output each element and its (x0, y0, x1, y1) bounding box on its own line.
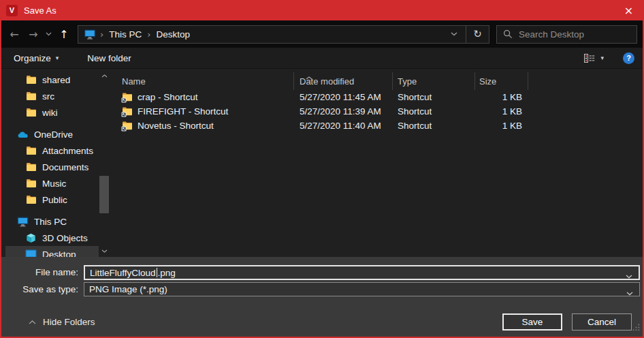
file-name-text: FIREFIGHT - Shortcut (138, 106, 228, 117)
file-name-input[interactable]: LittleFluffyCloud .png (84, 265, 640, 280)
sidebar-item-this-pc[interactable]: This PC (1, 213, 99, 230)
dialog-footer: Hide Folders Save Cancel (1, 307, 643, 337)
chevron-down-icon (626, 288, 633, 298)
onedrive-cloud-icon (17, 131, 29, 138)
file-name-cell: crap - Shortcut (110, 92, 294, 103)
sidebar-item-shared[interactable]: shared (1, 72, 99, 88)
app-icon-letter: V (10, 6, 14, 14)
save-as-type-value: PNG Image (*.png) (89, 284, 167, 294)
sidebar-item-3d-objects[interactable]: 3D Objects (1, 230, 99, 246)
sidebar-item-label: src (42, 91, 54, 102)
details-view-icon (584, 54, 595, 63)
file-name-cell: Novetus - Shortcut (110, 121, 294, 132)
titlebar[interactable]: V Save As × (0, 0, 644, 20)
shortcut-folder-icon (121, 121, 133, 132)
file-name-text: crap - Shortcut (138, 92, 198, 102)
breadcrumb-desktop[interactable]: Desktop (150, 29, 195, 40)
close-button[interactable]: × (613, 0, 644, 20)
file-name-label: File name: (1, 265, 78, 280)
save-as-type-label: Save as type: (1, 282, 78, 296)
resize-grip[interactable] (632, 322, 640, 334)
change-view-button[interactable]: ▾ (584, 54, 604, 63)
sidebar-item-attachments[interactable]: Attachments (1, 142, 99, 159)
type-cell: Shortcut (393, 121, 475, 131)
sidebar-item-music[interactable]: Music (1, 175, 99, 191)
sidebar-item-label: This PC (34, 217, 67, 227)
sidebar-item-public[interactable]: Public (1, 191, 99, 208)
hide-folders-button[interactable]: Hide Folders (29, 317, 95, 327)
folder-icon (25, 162, 37, 172)
cancel-button-label: Cancel (587, 317, 616, 327)
file-row[interactable]: Novetus - Shortcut 5/27/2020 11:40 AM Sh… (110, 119, 643, 133)
content-area: shared src wiki OneDrive Attachments D (1, 70, 643, 257)
file-row[interactable]: FIREFIGHT - Shortcut 5/27/2020 11:39 AM … (110, 104, 643, 119)
column-header-type[interactable]: Type (393, 72, 475, 90)
organize-label: Organize (14, 53, 51, 63)
back-button[interactable]: ← (4, 28, 25, 41)
folder-icon (25, 108, 37, 117)
save-button[interactable]: Save (502, 313, 562, 331)
sidebar-group-gap (1, 208, 99, 213)
previous-locations-button[interactable] (442, 26, 466, 43)
folder-icon (25, 195, 37, 204)
chevron-down-icon (46, 32, 52, 36)
forward-icon: → (29, 28, 37, 41)
shortcut-folder-icon (121, 92, 133, 103)
hide-folders-label: Hide Folders (43, 317, 95, 327)
column-header-name[interactable]: Name (110, 72, 294, 90)
column-header-size[interactable]: Size (475, 72, 528, 90)
back-icon: ← (10, 28, 18, 41)
refresh-button[interactable]: ↻ (466, 26, 489, 43)
sidebar-item-label: wiki (42, 108, 58, 118)
new-folder-label: New folder (87, 53, 131, 63)
scrollbar-thumb[interactable] (99, 176, 109, 213)
search-icon (503, 29, 513, 39)
recent-locations-button[interactable] (42, 32, 54, 36)
sidebar-item-label: Public (42, 195, 67, 205)
sidebar-item-src[interactable]: src (1, 88, 99, 104)
desktop-location-icon (84, 29, 96, 40)
sidebar-item-wiki[interactable]: wiki (1, 104, 99, 121)
type-cell: Shortcut (393, 92, 475, 102)
dropdown-triangle-icon: ▾ (600, 55, 604, 61)
folder-icon (25, 91, 37, 101)
sidebar-item-label: 3D Objects (42, 233, 88, 243)
organize-button[interactable]: Organize ▾ (14, 53, 59, 63)
text-caret (157, 268, 157, 277)
help-button[interactable]: ? (623, 52, 634, 64)
new-folder-button[interactable]: New folder (87, 53, 131, 63)
sidebar-item-label: OneDrive (34, 129, 73, 140)
sidebar-item-documents[interactable]: Documents (1, 159, 99, 175)
breadcrumb-this-pc[interactable]: This PC (103, 29, 147, 40)
date-modified-cell: 5/27/2020 11:39 AM (294, 106, 393, 117)
file-row[interactable]: crap - Shortcut 5/27/2020 11:45 AM Short… (110, 90, 643, 104)
up-icon: ↑ (59, 28, 68, 41)
save-button-label: Save (522, 317, 543, 327)
search-box[interactable] (496, 25, 637, 44)
sidebar-group-gap (1, 121, 99, 126)
address-bar[interactable]: › This PC › Desktop ↻ (78, 25, 489, 44)
date-modified-cell: 5/27/2020 11:45 AM (294, 92, 393, 102)
chevron-down-icon[interactable] (626, 271, 632, 281)
sidebar-scrollbar[interactable] (99, 70, 110, 257)
vivaldi-app-icon: V (6, 5, 18, 16)
save-as-type-select[interactable]: PNG Image (*.png) (84, 282, 640, 296)
size-cell: 1 KB (475, 121, 528, 131)
sidebar-item-onedrive[interactable]: OneDrive (1, 126, 99, 142)
sidebar-item-label: Documents (42, 162, 88, 172)
scroll-up-icon[interactable] (99, 71, 110, 80)
search-input[interactable] (519, 29, 630, 40)
file-name-value-before-caret: LittleFluffyCloud (90, 268, 156, 278)
file-fields-panel: File name: LittleFluffyCloud .png Save a… (1, 257, 643, 307)
date-modified-cell: 5/27/2020 11:40 AM (294, 121, 393, 131)
up-one-level-button[interactable]: ↑ (54, 28, 74, 41)
forward-button[interactable]: → (25, 28, 42, 41)
chevron-down-icon (451, 32, 457, 36)
cancel-button[interactable]: Cancel (572, 313, 632, 331)
scroll-down-icon[interactable] (99, 246, 110, 256)
cube-icon (25, 233, 37, 243)
this-pc-icon (17, 217, 29, 227)
navigation-pane: shared src wiki OneDrive Attachments D (1, 70, 99, 257)
dropdown-triangle-icon: ▾ (56, 55, 59, 61)
help-icon: ? (626, 54, 631, 62)
